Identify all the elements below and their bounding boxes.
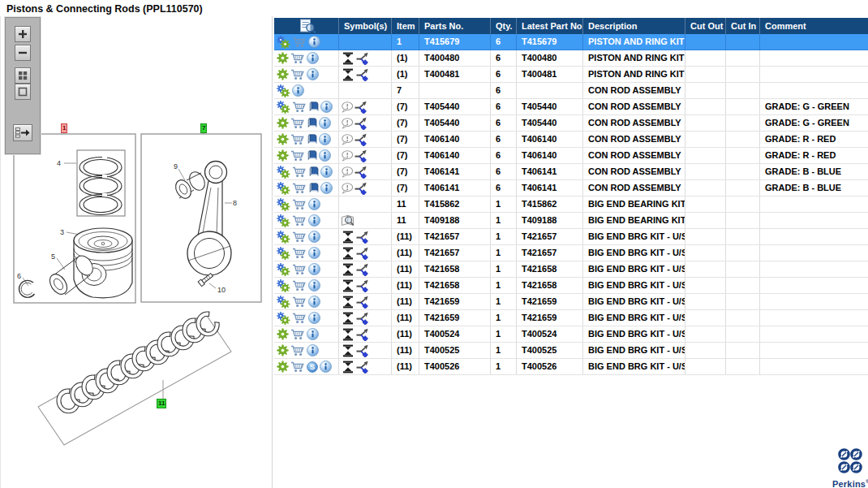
- cart-icon[interactable]: [292, 101, 307, 113]
- table-row[interactable]: (7)T4054406T405440CON ROD ASSEMBLYGRADE:…: [274, 99, 868, 115]
- gears-pair-icon[interactable]: [277, 101, 290, 114]
- book-icon[interactable]: [308, 101, 319, 113]
- cart-icon[interactable]: [290, 345, 305, 356]
- table-row[interactable]: (11)T4216571T421657BIG END BRG KIT - U/S: [274, 229, 868, 245]
- s-icon[interactable]: [307, 361, 318, 373]
- header-qty[interactable]: Qty.: [491, 18, 517, 34]
- gears-pair-icon[interactable]: [277, 166, 290, 179]
- cart-icon[interactable]: [290, 361, 305, 373]
- gears-pair-icon[interactable]: [277, 182, 290, 195]
- info-icon[interactable]: [308, 263, 320, 275]
- cart-icon[interactable]: [292, 296, 307, 308]
- cart-icon[interactable]: [290, 118, 305, 129]
- book-icon[interactable]: [307, 150, 317, 162]
- toggle-panel-button[interactable]: [13, 124, 32, 141]
- cart-icon[interactable]: [292, 248, 307, 259]
- gear-icon[interactable]: [277, 117, 289, 129]
- gears-pair-icon[interactable]: [277, 279, 290, 292]
- zoom-out-button[interactable]: [15, 45, 31, 61]
- header-cut-out[interactable]: Cut Out: [685, 18, 726, 34]
- gears-pair-icon[interactable]: [277, 247, 290, 260]
- gears-pair-icon[interactable]: [277, 312, 290, 325]
- cart-icon[interactable]: [290, 134, 305, 145]
- table-row[interactable]: 11T4091881T409188BIG END BEARING KIT: [274, 213, 868, 229]
- info-icon[interactable]: [308, 36, 320, 48]
- info-icon[interactable]: [308, 312, 320, 324]
- header-actions[interactable]: [274, 18, 339, 34]
- callout-tag-conrod-group[interactable]: 7: [200, 123, 207, 133]
- info-icon[interactable]: [308, 296, 320, 308]
- cart-icon[interactable]: [292, 183, 307, 194]
- callout-tag-piston-group[interactable]: 1: [61, 123, 67, 133]
- cart-icon[interactable]: [290, 329, 305, 340]
- table-row[interactable]: (7)T4061406T406140CON ROD ASSEMBLYGRADE:…: [274, 148, 868, 164]
- gear-icon[interactable]: [277, 133, 289, 145]
- zoom-in-button[interactable]: [15, 26, 31, 42]
- gear-icon[interactable]: [277, 68, 289, 80]
- table-row[interactable]: (1)T4004806T400480PISTON AND RING KIT -: [274, 50, 868, 67]
- book-icon[interactable]: [307, 118, 317, 129]
- info-icon[interactable]: [320, 182, 333, 194]
- cart-icon[interactable]: [292, 280, 307, 292]
- info-icon[interactable]: [319, 117, 331, 129]
- cart-icon[interactable]: [292, 264, 307, 275]
- gears-pair-icon[interactable]: [277, 263, 290, 276]
- cart-icon[interactable]: [292, 199, 307, 210]
- info-icon[interactable]: [308, 279, 320, 292]
- gears-pair-icon[interactable]: [277, 84, 290, 97]
- table-row[interactable]: (7)T4054406T405440CON ROD ASSEMBLYGRADE:…: [274, 115, 868, 132]
- info-icon[interactable]: [320, 166, 333, 178]
- table-row[interactable]: (11)T4005241T400524BIG END BRG KIT - U/S: [274, 326, 868, 343]
- cart-icon[interactable]: [292, 231, 307, 243]
- info-icon[interactable]: [307, 328, 319, 340]
- info-icon[interactable]: [319, 149, 331, 162]
- table-row[interactable]: 76CON ROD ASSEMBLY: [274, 83, 868, 99]
- info-icon[interactable]: [308, 198, 320, 210]
- table-row[interactable]: (11)T4216581T421658BIG END BRG KIT - U/S: [274, 261, 868, 278]
- actual-size-button[interactable]: [15, 84, 31, 100]
- book-icon[interactable]: [308, 183, 319, 194]
- gears-pair-icon[interactable]: [277, 231, 290, 244]
- cart-icon[interactable]: [290, 150, 305, 162]
- gears-pair-icon[interactable]: [277, 36, 290, 49]
- cart-icon[interactable]: [290, 69, 305, 80]
- cart-icon[interactable]: [292, 215, 307, 227]
- header-cut-in[interactable]: Cut In: [726, 18, 760, 34]
- table-row[interactable]: (11)T4005251T400525BIG END BRG KIT - U/S: [274, 343, 868, 359]
- info-icon[interactable]: [320, 361, 332, 373]
- gear-icon[interactable]: [277, 361, 289, 373]
- gear-icon[interactable]: [277, 52, 289, 64]
- table-row[interactable]: 11T4158621T415862BIG END BEARING KIT: [274, 196, 868, 213]
- table-row[interactable]: (11)T4005261T400526BIG END BRG KIT - U/S: [274, 359, 868, 375]
- gear-icon[interactable]: [277, 344, 289, 356]
- header-comment[interactable]: Comment: [760, 18, 868, 34]
- info-icon[interactable]: [320, 101, 333, 113]
- info-icon[interactable]: [308, 214, 320, 227]
- table-row[interactable]: 1T4156796T415679PISTON AND RING KIT: [274, 34, 868, 50]
- table-row[interactable]: (11)T4216591T421659BIG END BRG KIT - U/S: [274, 294, 868, 310]
- callout-tag-bearing-group[interactable]: 11: [157, 399, 166, 408]
- gears-pair-icon[interactable]: [277, 296, 290, 309]
- gears-pair-icon[interactable]: [277, 198, 290, 211]
- header-parts-no[interactable]: Parts No.: [419, 18, 491, 34]
- cart-icon[interactable]: [292, 166, 307, 178]
- table-row[interactable]: (7)T4061416T406141CON ROD ASSEMBLYGRADE:…: [274, 180, 868, 196]
- info-icon[interactable]: [319, 133, 331, 145]
- header-latest-part-no[interactable]: Latest Part No.: [517, 18, 583, 34]
- info-icon[interactable]: [308, 247, 320, 259]
- table-row[interactable]: (7)T4061416T406141CON ROD ASSEMBLYGRADE:…: [274, 164, 868, 180]
- table-row[interactable]: (11)T4216581T421658BIG END BRG KIT - U/S: [274, 278, 868, 294]
- cart-icon[interactable]: [292, 313, 307, 324]
- cart-icon[interactable]: [292, 37, 307, 48]
- table-row[interactable]: (11)T4216571T421657BIG END BRG KIT - U/S: [274, 245, 868, 261]
- table-row[interactable]: (11)T4216591T421659BIG END BRG KIT - U/S: [274, 310, 868, 326]
- info-icon[interactable]: [307, 52, 319, 64]
- info-icon[interactable]: [292, 84, 304, 97]
- table-row[interactable]: (1)T4004816T400481PISTON AND RING KIT -: [274, 67, 868, 83]
- gear-icon[interactable]: [277, 149, 289, 162]
- gear-icon[interactable]: [277, 328, 289, 340]
- header-description[interactable]: Description: [583, 18, 685, 34]
- info-icon[interactable]: [308, 231, 320, 243]
- header-symbols[interactable]: Symbol(s): [339, 18, 392, 34]
- cart-icon[interactable]: [290, 53, 305, 64]
